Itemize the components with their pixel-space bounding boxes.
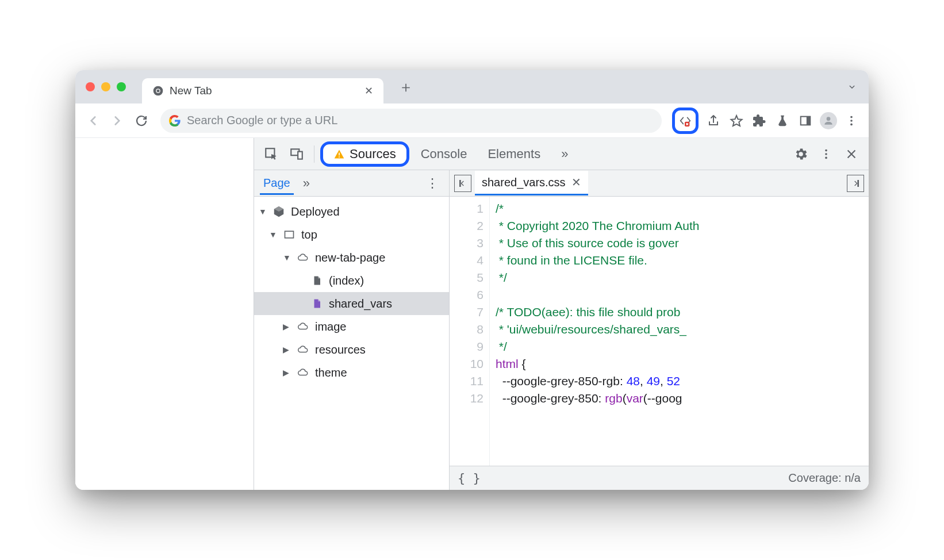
tree-node-new-tab-page[interactable]: ▼ new-tab-page (254, 246, 449, 269)
show-navigator-button[interactable] (454, 175, 471, 192)
navigator-menu-button[interactable]: ⋮ (421, 176, 443, 191)
tab-elements[interactable]: Elements (478, 142, 550, 166)
package-icon (271, 205, 286, 218)
file-tree: ▼ Deployed ▼ top ▼ new-tab-page (254, 197, 449, 490)
device-toolbar-button[interactable] (285, 143, 308, 166)
inspect-element-button[interactable] (260, 143, 283, 166)
chrome-menu-button[interactable] (842, 112, 861, 130)
forward-button[interactable] (108, 111, 127, 131)
devtools-settings-button[interactable] (789, 143, 812, 166)
devtools-tabbar: Sources Console Elements » (254, 138, 869, 170)
tree-node-top[interactable]: ▼ top (254, 223, 449, 246)
tab-sources[interactable]: Sources (320, 141, 409, 167)
content-area: Sources Console Elements » (75, 138, 869, 490)
extensions-button[interactable] (750, 112, 769, 130)
chrome-icon (152, 85, 164, 97)
omnibox-placeholder: Search Google or type a URL (187, 114, 337, 127)
google-icon (168, 114, 181, 127)
chevron-down-icon: ▼ (283, 253, 291, 262)
chevron-right-icon: ▶ (283, 368, 291, 377)
svg-point-7 (850, 116, 853, 118)
tab-label: Console (421, 147, 467, 162)
frame-icon (282, 229, 297, 240)
file-icon (309, 274, 324, 287)
editor-tab-shared-vars[interactable]: shared_vars.css ✕ (475, 171, 588, 195)
tree-node-image[interactable]: ▶ image (254, 315, 449, 338)
omnibox[interactable]: Search Google or type a URL (160, 109, 662, 133)
code-content: /* * Copyright 2020 The Chromium Auth * … (490, 197, 869, 466)
tab-label: Elements (488, 147, 540, 162)
tree-node-index[interactable]: (index) (254, 269, 449, 292)
close-file-button[interactable]: ✕ (571, 175, 581, 189)
svg-rect-13 (339, 152, 340, 155)
pretty-print-button[interactable]: { } (458, 471, 481, 485)
show-debugger-button[interactable] (847, 175, 864, 192)
separator (314, 145, 314, 163)
window-controls (86, 82, 126, 91)
devtools-indicator-button[interactable] (672, 108, 699, 134)
coverage-status: Coverage: n/a (788, 471, 861, 485)
tab-label: Sources (350, 147, 396, 162)
back-button[interactable] (83, 111, 103, 131)
editor-tabs: shared_vars.css ✕ (450, 170, 869, 197)
svg-rect-12 (298, 151, 302, 159)
side-panel-button[interactable] (796, 112, 815, 130)
navigator-sidebar: Page » ⋮ ▼ Deployed ▼ top (254, 170, 450, 490)
svg-rect-18 (285, 231, 294, 238)
svg-point-17 (825, 156, 827, 159)
devtools-panel: Sources Console Elements » (254, 138, 869, 490)
close-window-button[interactable] (86, 82, 95, 91)
close-tab-button[interactable]: ✕ (364, 85, 373, 97)
cloud-icon (296, 321, 310, 332)
profile-button[interactable] (819, 112, 838, 130)
maximize-window-button[interactable] (117, 82, 126, 91)
page-viewport (75, 138, 254, 490)
cloud-icon (296, 367, 310, 378)
tabs-dropdown-button[interactable] (847, 82, 857, 92)
minimize-window-button[interactable] (101, 82, 110, 91)
svg-rect-19 (459, 180, 461, 187)
tabs-overflow-button[interactable]: » (552, 142, 577, 166)
devtools-menu-button[interactable] (815, 143, 838, 166)
share-button[interactable] (704, 112, 723, 130)
labs-button[interactable] (773, 112, 792, 130)
browser-tab[interactable]: New Tab ✕ (142, 78, 383, 103)
avatar-icon (820, 112, 837, 129)
new-tab-button[interactable]: ＋ (398, 77, 413, 97)
navigator-tabs: Page » ⋮ (254, 170, 449, 197)
tab-console[interactable]: Console (412, 142, 477, 166)
chevron-right-icon: ▶ (283, 322, 291, 331)
chevron-down-icon: ▼ (259, 207, 267, 216)
toolbar: Search Google or type a URL (75, 103, 869, 138)
svg-rect-20 (857, 180, 859, 187)
tab-title: New Tab (170, 85, 359, 97)
line-gutter: 123456789101112 (450, 197, 490, 466)
svg-rect-14 (339, 156, 340, 158)
editor-status-bar: { } Coverage: n/a (450, 466, 869, 490)
navigator-tabs-overflow[interactable]: » (300, 176, 313, 191)
bookmark-button[interactable] (727, 112, 746, 130)
tree-node-deployed[interactable]: ▼ Deployed (254, 200, 449, 223)
devtools-close-button[interactable] (840, 143, 863, 166)
chevron-down-icon: ▼ (269, 230, 277, 239)
tree-node-shared-vars[interactable]: shared_vars (254, 292, 449, 315)
sources-panel: Page » ⋮ ▼ Deployed ▼ top (254, 170, 869, 490)
code-area[interactable]: 123456789101112 /* * Copyright 2020 The … (450, 197, 869, 466)
tab-strip: New Tab ✕ ＋ (75, 70, 869, 103)
svg-rect-5 (807, 116, 810, 125)
warning-icon (333, 148, 345, 160)
reload-button[interactable] (132, 111, 151, 131)
navigator-tab-page[interactable]: Page (260, 172, 294, 195)
tree-node-theme[interactable]: ▶ theme (254, 361, 449, 384)
tree-node-resources[interactable]: ▶ resources (254, 338, 449, 361)
cloud-icon (296, 344, 310, 355)
svg-point-16 (825, 153, 827, 155)
code-editor: shared_vars.css ✕ 123456789101112 /* * C… (450, 170, 869, 490)
svg-point-8 (850, 120, 853, 122)
chevron-right-icon: ▶ (283, 345, 291, 354)
css-file-icon (309, 297, 324, 310)
chrome-window: New Tab ✕ ＋ Search Google or type a URL (75, 70, 869, 490)
svg-point-15 (825, 149, 827, 151)
cloud-icon (296, 252, 310, 263)
svg-point-2 (157, 90, 160, 93)
